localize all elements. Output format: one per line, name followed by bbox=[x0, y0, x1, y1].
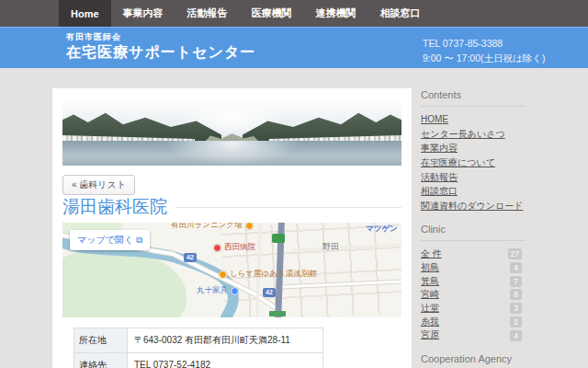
clinic-info-table: 所在地 〒643-0032 有田郡有田川町天満28-11 連絡先 TEL 073… bbox=[74, 328, 323, 368]
count-badge: 27 bbox=[508, 248, 522, 259]
external-link-icon: ⧉ bbox=[136, 235, 142, 245]
address-value: 〒643-0032 有田郡有田川町天満28-11 bbox=[128, 328, 322, 352]
clinic-row-minoshima: 箕島 7 bbox=[421, 276, 526, 287]
site-title: 在宅医療サポートセンター bbox=[66, 43, 255, 63]
nav-item-consultation[interactable]: 相談窓口 bbox=[368, 0, 433, 27]
map-district-label: 野田 bbox=[322, 241, 339, 253]
page-title: 湯田歯科医院 bbox=[62, 195, 167, 219]
clinic-row-miyahara: 宮原 4 bbox=[421, 329, 526, 340]
map-poi-furniture-store[interactable]: 丸十家具 bbox=[197, 285, 239, 296]
clinic-heading: Clinic bbox=[421, 224, 526, 241]
main-content-card: « 歯科リスト 湯田歯科医院 有田川ランニング場 西田病院 bbox=[52, 88, 412, 368]
back-to-dental-list-button[interactable]: « 歯科リスト bbox=[62, 175, 135, 195]
contact-info: TEL 0737-85-3388 9:00 〜 17:00(土日祝は除く) bbox=[423, 36, 546, 66]
count-badge: 4 bbox=[510, 330, 522, 341]
sidebar-link-home-care[interactable]: 在宅医療について bbox=[421, 157, 526, 168]
map-interchange-marker bbox=[269, 311, 286, 316]
map-poi-furniture-label: 丸十家具 bbox=[197, 285, 228, 296]
sidebar-link-home[interactable]: HOME bbox=[421, 114, 526, 125]
sidebar-link-activity[interactable]: 活動報告 bbox=[421, 172, 526, 183]
count-badge: 3 bbox=[510, 303, 522, 314]
clinic-row-all: 全 件 27 bbox=[421, 248, 526, 259]
map-store-label[interactable]: マツゲン bbox=[366, 224, 398, 235]
cooperation-heading: Cooperation Agency bbox=[421, 353, 526, 368]
address-label: 所在地 bbox=[74, 328, 128, 352]
count-badge: 7 bbox=[510, 276, 522, 287]
nav-item-services[interactable]: 事業内容 bbox=[111, 0, 175, 27]
clinic-link-hatsushima[interactable]: 初島 bbox=[421, 262, 439, 273]
sidebar-section-cooperation: Cooperation Agency 有田歯科医師会 歯科リスト 有田薬剤師会 … bbox=[421, 353, 526, 368]
banner-photo-river bbox=[62, 98, 401, 166]
route-shield-green-icon bbox=[272, 234, 285, 243]
clinic-row-miyazaki: 宮崎 6 bbox=[421, 289, 526, 300]
count-badge: 4 bbox=[510, 262, 522, 273]
nav-item-partner-institutions[interactable]: 連携機関 bbox=[304, 0, 368, 27]
clinic-link-minoshima[interactable]: 箕島 bbox=[421, 276, 439, 287]
contents-heading: Contents bbox=[421, 89, 526, 107]
banner-water-reflection bbox=[164, 141, 300, 166]
sidebar-link-downloads[interactable]: 関連資料のダウンロード bbox=[421, 201, 526, 212]
map-poi-leisure-label: 有田川ランニング場 bbox=[171, 223, 243, 231]
clinic-link-itoga[interactable]: 糸我 bbox=[421, 316, 439, 328]
site-title-block[interactable]: 有田市医師会 在宅医療サポートセンター bbox=[66, 31, 255, 63]
phone-number: TEL 0737-85-3388 bbox=[423, 36, 546, 51]
table-row-contact: 連絡先 TEL 0737-52-4182 bbox=[74, 353, 322, 368]
site-header: 有田市医師会 在宅医療サポートセンター TEL 0737-85-3388 9:0… bbox=[0, 27, 588, 68]
sidebar-section-contents: Contents HOME センター長あいさつ 事業内容 在宅医療について 活動… bbox=[421, 89, 526, 212]
site-org-name: 有田市医師会 bbox=[66, 31, 255, 43]
sidebar-section-clinic: Clinic 全 件 27 初島 4 箕島 7 宮崎 6 辻堂 3 糸我 2 宮… bbox=[421, 224, 526, 340]
clinic-row-tsujido: 辻堂 3 bbox=[421, 303, 526, 314]
count-badge: 2 bbox=[510, 316, 522, 328]
sidebar-link-greeting[interactable]: センター長あいさつ bbox=[421, 129, 526, 140]
clinic-row-hatsushima: 初島 4 bbox=[421, 262, 526, 273]
open-in-maps-button[interactable]: マップで開く ⧉ bbox=[70, 230, 150, 250]
sidebar-link-services[interactable]: 事業内容 bbox=[421, 143, 526, 154]
map-embed[interactable]: 有田川ランニング場 西田病院 しらす屋ゆあさ湯浅別館 丸十家具 野田 マツゲン … bbox=[62, 223, 401, 317]
map-poi-leisure[interactable]: 有田川ランニング場 bbox=[171, 223, 254, 231]
sidebar: Contents HOME センター長あいさつ 事業内容 在宅医療について 活動… bbox=[421, 89, 526, 368]
count-badge: 6 bbox=[510, 289, 522, 300]
nav-item-activity-report[interactable]: 活動報告 bbox=[175, 0, 240, 27]
title-divider bbox=[175, 207, 401, 208]
clinic-link-tsujido[interactable]: 辻堂 bbox=[421, 303, 439, 314]
restaurant-poi-icon bbox=[219, 270, 227, 279]
top-navigation: Home 事業内容 活動報告 医療機関 連携機関 相談窓口 bbox=[0, 0, 588, 27]
clinic-link-all[interactable]: 全 件 bbox=[421, 248, 442, 259]
nav-item-home[interactable]: Home bbox=[59, 0, 111, 27]
contact-value: TEL 0737-52-4182 bbox=[128, 353, 322, 368]
clinic-row-itoga: 糸我 2 bbox=[421, 316, 526, 328]
map-poi-hospital[interactable]: 西田病院 bbox=[213, 242, 255, 253]
route-shield-42-icon: 42 bbox=[184, 253, 197, 262]
sidebar-link-consultation[interactable]: 相談窓口 bbox=[421, 186, 526, 197]
page-title-row: 湯田歯科医院 bbox=[62, 195, 401, 219]
nav-item-medical-institutions[interactable]: 医療機関 bbox=[240, 0, 304, 27]
map-poi-restaurant[interactable]: しらす屋ゆあさ湯浅別館 bbox=[219, 269, 317, 280]
contact-label: 連絡先 bbox=[74, 353, 128, 368]
hospital-poi-icon bbox=[213, 244, 221, 252]
route-shield-42b-icon: 42 bbox=[263, 288, 276, 297]
business-hours: 9:00 〜 17:00(土日祝は除く) bbox=[423, 51, 546, 65]
store-poi-icon bbox=[231, 287, 239, 295]
clinic-link-miyazaki[interactable]: 宮崎 bbox=[421, 289, 439, 300]
leisure-poi-icon bbox=[245, 223, 254, 230]
map-poi-hospital-label: 西田病院 bbox=[224, 242, 255, 253]
map-poi-restaurant-label: しらす屋ゆあさ湯浅別館 bbox=[230, 269, 317, 280]
table-row-address: 所在地 〒643-0032 有田郡有田川町天満28-11 bbox=[74, 328, 322, 353]
clinic-link-miyahara[interactable]: 宮原 bbox=[421, 329, 439, 340]
